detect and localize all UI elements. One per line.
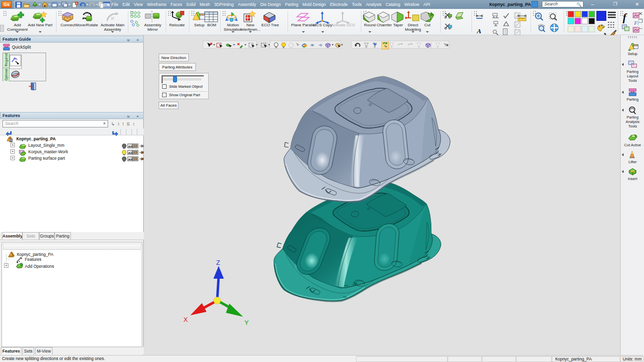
- svg-text:Z: Z: [216, 259, 220, 266]
- svg-text:Y: Y: [244, 319, 249, 326]
- svg-text:X: X: [183, 316, 188, 323]
- svg-text:A: A: [476, 27, 481, 35]
